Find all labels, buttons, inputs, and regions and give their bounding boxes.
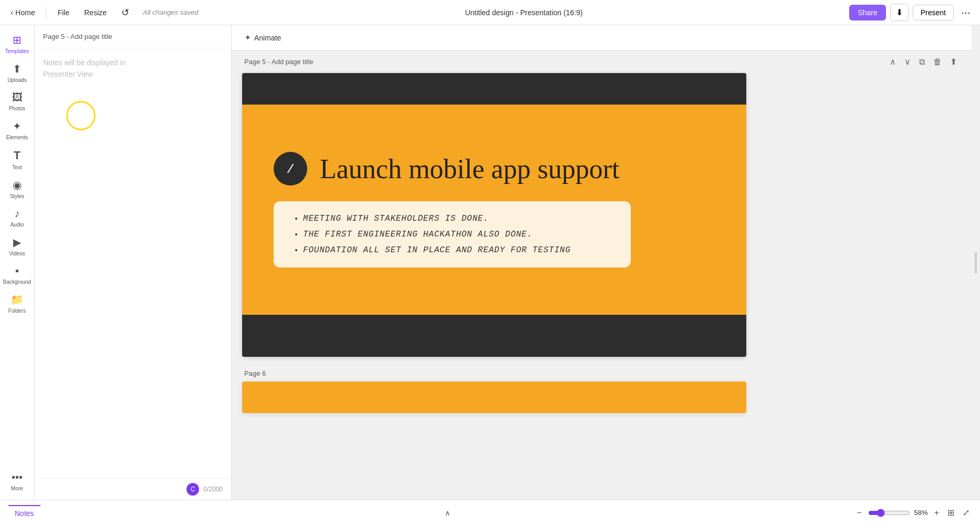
slide6-wrapper: Page 6 — [242, 365, 961, 413]
folders-icon: 📁 — [11, 293, 24, 306]
canva-icon: C — [186, 483, 199, 496]
slide5-badge-text: ⁄ — [289, 161, 291, 176]
notes-counter: C 0/2000 — [35, 478, 231, 500]
slide-share-button[interactable]: ⬆ — [948, 55, 959, 69]
canvas-scroll: Page 5 - Add page title ∧ ∨ ⧉ 🗑 ⬆ — [232, 50, 972, 432]
fullscreen-button[interactable]: ⤢ — [961, 506, 972, 520]
slide-move-up-button[interactable]: ∧ — [888, 55, 898, 69]
sidebar-item-background[interactable]: ▪ Background — [0, 261, 34, 289]
background-icon: ▪ — [15, 265, 19, 277]
notes-tab-button[interactable]: Notes — [8, 505, 40, 521]
notes-placeholder-line2: Presenter View — [43, 70, 93, 78]
sidebar-item-more[interactable]: ••• More — [0, 467, 34, 496]
home-button[interactable]: ‹ Home — [6, 6, 39, 19]
notes-count: 0/2000 — [203, 486, 223, 493]
notes-page-title: Page 5 - Add page title — [35, 25, 231, 48]
elements-icon: ✦ — [13, 120, 22, 132]
sidebar-label-more: More — [11, 486, 23, 491]
present-button[interactable]: Present — [913, 5, 954, 20]
slide5-frame[interactable]: ⁄ Launch mobile app support Meeting with… — [242, 73, 746, 357]
download-icon: ⬇ — [896, 8, 903, 17]
slide5-bullet-1: Meeting with stakeholders is done. — [303, 214, 612, 223]
sidebar-item-uploads[interactable]: ⬆ Uploads — [0, 58, 34, 87]
canvas-area: ✦ Animate Page 5 - Add page title ∧ ∨ ⧉ … — [232, 25, 972, 500]
sidebar-item-audio[interactable]: ♪ Audio — [0, 203, 34, 232]
animate-icon: ✦ — [244, 33, 251, 43]
audio-icon: ♪ — [15, 208, 20, 220]
slide5-title-row: ⁄ Launch mobile app support — [274, 152, 619, 186]
divider — [46, 6, 46, 19]
styles-icon: ◉ — [13, 179, 22, 191]
undo-button[interactable]: ↺ — [116, 5, 134, 20]
slide5-content: ⁄ Launch mobile app support Meeting with… — [242, 105, 746, 315]
bottom-center: ∧ — [443, 507, 452, 519]
slide6-title-text: Page 6 — [244, 369, 266, 377]
slide6-frame[interactable] — [242, 382, 746, 413]
bottom-right: − 58% + ⊞ ⤢ — [854, 506, 972, 520]
slide5-top-bar — [242, 73, 746, 105]
sidebar-label-videos: Videos — [9, 251, 25, 256]
notes-placeholder: Notes will be displayed in Presenter Vie… — [43, 57, 126, 80]
home-label: Home — [15, 8, 35, 17]
main-layout: ⊞ Templates ⬆ Uploads 🖼 Photos ✦ Element… — [0, 25, 980, 500]
zoom-slider[interactable] — [868, 509, 910, 517]
sidebar-item-templates[interactable]: ⊞ Templates — [0, 29, 34, 58]
zoom-in-button[interactable]: + — [932, 506, 941, 520]
slide5-header: Page 5 - Add page title ∧ ∨ ⧉ 🗑 ⬆ — [242, 50, 961, 73]
sidebar-item-videos[interactable]: ▶ Videos — [0, 232, 34, 261]
autosave-status: All changes saved — [143, 8, 199, 16]
sidebar-item-photos[interactable]: 🖼 Photos — [0, 87, 34, 116]
sidebar-item-elements[interactable]: ✦ Elements — [0, 116, 34, 145]
sidebar-label-folders: Folders — [8, 308, 26, 314]
sidebar-label-background: Background — [3, 279, 31, 285]
slide-move-down-button[interactable]: ∨ — [902, 55, 913, 69]
sidebar-label-text: Text — [12, 164, 22, 170]
sidebar: ⊞ Templates ⬆ Uploads 🖼 Photos ✦ Element… — [0, 25, 35, 500]
sidebar-item-folders[interactable]: 📁 Folders — [0, 289, 34, 318]
slide-copy-button[interactable]: ⧉ — [917, 55, 927, 69]
share-button[interactable]: Share — [849, 5, 885, 20]
animate-label: Animate — [254, 34, 281, 42]
sidebar-item-styles[interactable]: ◉ Styles — [0, 174, 34, 203]
more-icon: ••• — [12, 471, 23, 483]
sidebar-label-uploads: Uploads — [7, 77, 27, 83]
document-title: Untitled design - Presentation (16:9) — [203, 8, 846, 17]
slide5-bullets: Meeting with stakeholders is done. The f… — [293, 214, 612, 255]
sidebar-label-elements: Elements — [6, 135, 28, 140]
download-button[interactable]: ⬇ — [890, 4, 909, 21]
chevron-left-icon: ‹ — [11, 8, 13, 17]
sidebar-label-photos: Photos — [9, 106, 25, 111]
topbar-right: Share ⬇ Present ⋯ — [849, 4, 974, 21]
grid-button[interactable]: ⊞ — [945, 506, 956, 520]
more-options-button[interactable]: ⋯ — [958, 5, 974, 20]
animate-bar: ✦ Animate — [232, 25, 972, 50]
chevron-up-button[interactable]: ∧ — [443, 507, 452, 519]
text-icon: T — [14, 149, 20, 162]
slide5-actions: ∧ ∨ ⧉ 🗑 ⬆ — [888, 55, 959, 69]
slide5-bullet-box: Meeting with stakeholders is done. The f… — [274, 201, 631, 267]
slide5-title-text: Page 5 - Add page title — [244, 58, 314, 66]
right-edge-handle — [975, 252, 977, 273]
zoom-level: 58% — [914, 509, 928, 517]
templates-icon: ⊞ — [13, 34, 22, 46]
bottom-bar: Notes ∧ − 58% + ⊞ ⤢ — [0, 500, 980, 525]
slide-delete-button[interactable]: 🗑 — [931, 55, 944, 69]
notes-textarea-area[interactable]: Notes will be displayed in Presenter Vie… — [35, 48, 231, 478]
notes-circle-cursor — [66, 101, 96, 130]
slide5-bottom-bar — [242, 315, 746, 357]
resize-button[interactable]: Resize — [79, 6, 112, 19]
notes-panel: Page 5 - Add page title Notes will be di… — [35, 25, 232, 500]
slide5-main-title: Launch mobile app support — [320, 153, 619, 184]
sidebar-item-text[interactable]: T Text — [0, 145, 34, 174]
zoom-out-button[interactable]: − — [854, 506, 863, 520]
topbar-left: ‹ Home File Resize ↺ All changes saved — [6, 5, 199, 20]
videos-icon: ▶ — [13, 236, 21, 249]
file-menu-button[interactable]: File — [53, 6, 75, 19]
uploads-icon: ⬆ — [13, 63, 22, 75]
sidebar-label-styles: Styles — [10, 193, 24, 199]
slide5-bullet-3: Foundation all set in place and ready fo… — [303, 245, 612, 255]
sidebar-label-audio: Audio — [11, 222, 24, 228]
animate-button[interactable]: ✦ Animate — [240, 30, 285, 45]
photos-icon: 🖼 — [12, 91, 23, 104]
right-edge — [972, 25, 980, 500]
